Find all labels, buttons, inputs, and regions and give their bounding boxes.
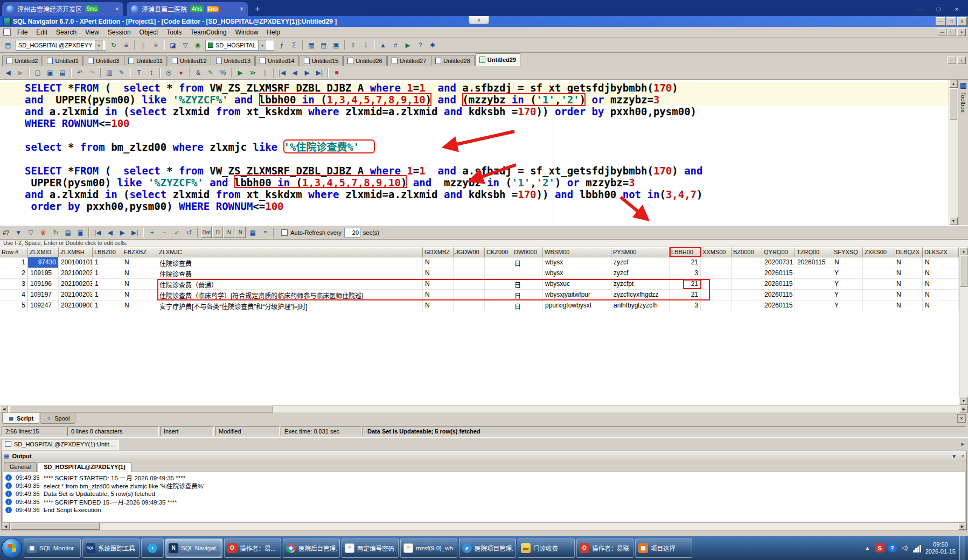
help-icon[interactable]: ? xyxy=(414,40,426,51)
sql-editor-icon[interactable]: ▣ xyxy=(330,40,342,51)
column-header-sfyxsq[interactable]: SFYXSQ xyxy=(832,247,863,257)
taskbar-item-mzsf90_wh[interactable]: ≡mzsf(9.0)_wh... xyxy=(400,538,457,558)
grid-cell[interactable] xyxy=(863,290,894,300)
taskbar-item-[interactable]: 医院后台管理... xyxy=(283,538,340,558)
column-header-zlxmbh[interactable]: ZLXMBH xyxy=(59,247,93,257)
grid-cell[interactable]: 109247 xyxy=(28,300,59,311)
grid-cell[interactable]: 109197 xyxy=(28,290,59,300)
close-button[interactable]: × xyxy=(957,17,967,26)
tab-script[interactable]: ▤Script xyxy=(2,413,39,424)
menu-window[interactable]: Window xyxy=(231,27,263,37)
grid-cell[interactable] xyxy=(795,279,832,290)
grid-cell[interactable]: Y xyxy=(832,300,863,311)
grid-cell[interactable]: 3 xyxy=(670,300,701,311)
record-view-icon[interactable]: ≡ xyxy=(259,227,271,238)
grid-cell[interactable]: N xyxy=(923,290,959,300)
uppercase-icon[interactable]: T xyxy=(133,67,145,78)
grid-cell[interactable]: N xyxy=(122,268,157,279)
help-tray-icon[interactable]: ? xyxy=(888,543,897,552)
grid-cell[interactable] xyxy=(485,257,512,268)
grid-cell[interactable] xyxy=(701,300,732,311)
doc-tab-untitled1[interactable]: Untitled1 xyxy=(43,55,82,66)
grid-cell[interactable] xyxy=(863,257,894,268)
grid-cell[interactable] xyxy=(795,268,832,279)
pin-icon[interactable]: ▼ xyxy=(951,453,957,459)
scrollbar-thumb[interactable] xyxy=(9,405,273,412)
grid-cell[interactable]: 3 xyxy=(0,279,28,290)
taskbar-item-[interactable]: e医院项目管理... xyxy=(459,538,516,558)
lowercase-icon[interactable]: t xyxy=(145,67,157,78)
grid-cell[interactable]: 2021009002 xyxy=(59,300,93,311)
grid-cell[interactable]: N xyxy=(923,300,959,311)
column-header-tzrq00[interactable]: TZRQ00 xyxy=(795,247,832,257)
remove-filter-icon[interactable]: ⊗ xyxy=(37,227,49,238)
scrollbar-thumb[interactable] xyxy=(11,523,100,530)
taskbar-clock[interactable]: 09:50 2026-01-15 xyxy=(925,541,956,555)
grid-cell[interactable]: N xyxy=(923,279,959,290)
mdi-minimize-button[interactable]: — xyxy=(938,29,946,36)
grid-cell[interactable]: 安宁疗护费[不与各类“住院诊查费”和“分级护理”同时] xyxy=(157,300,423,311)
grid-cell[interactable]: 2 xyxy=(0,268,28,279)
start-button[interactable] xyxy=(2,538,22,558)
grid-cell[interactable]: 1 xyxy=(93,300,122,311)
erase-icon[interactable]: ◪ xyxy=(167,40,179,51)
import-icon[interactable]: ⇩ xyxy=(360,40,372,51)
prior-record-icon[interactable]: ◀ xyxy=(104,227,116,238)
code-line[interactable]: UPPER(pysm00) like '%ZYZCF%' and lbbh00 … xyxy=(0,177,949,188)
redo-icon[interactable]: ↷ xyxy=(86,67,98,78)
column-header-wbsm00[interactable]: WBSM00 xyxy=(543,247,611,257)
save-grid-icon[interactable]: ▣ xyxy=(74,227,86,238)
grid-cell[interactable]: N xyxy=(122,290,157,300)
grid-cell[interactable] xyxy=(863,268,894,279)
first-result-icon[interactable]: |◀ xyxy=(276,67,288,78)
titlebar-dropdown-button[interactable]: ∨ xyxy=(469,16,489,24)
taskbar-item-[interactable]: ≡两定编号密码... xyxy=(342,538,399,558)
format-icon[interactable]: ✎ xyxy=(116,67,128,78)
hidden-icons-arrow[interactable]: ▴ xyxy=(863,543,872,552)
grid-view-icon[interactable]: ▦ xyxy=(247,227,259,238)
grid-cell[interactable]: 97430 xyxy=(28,257,59,268)
grid-cell[interactable]: Y xyxy=(832,290,863,300)
grid-cell[interactable] xyxy=(732,279,762,290)
grid-cell[interactable]: 109196 xyxy=(28,279,59,290)
connection-list-icon[interactable]: ≡ xyxy=(120,40,132,51)
back-icon[interactable]: ◀ xyxy=(2,67,14,78)
grid-cell[interactable]: 20260115 xyxy=(795,257,832,268)
code-line[interactable]: WHERE ROWNUM<=100 xyxy=(0,117,949,129)
code-line[interactable]: and a.zlxmid in (select zlxmid from xt_k… xyxy=(0,188,949,200)
close-results-button[interactable]: × xyxy=(957,414,966,423)
grid-cell[interactable]: 1 xyxy=(93,290,122,300)
scrollbar-thumb[interactable] xyxy=(950,88,957,120)
grid-cell[interactable]: wbysx xyxy=(543,268,611,279)
menu-teamcoding[interactable]: TeamCoding xyxy=(186,27,231,37)
column-header-zxks00[interactable]: ZXKS00 xyxy=(863,247,894,257)
doc-tab-untitled3[interactable]: Untitled3 xyxy=(83,55,123,66)
code-area[interactable]: SELECT *FROM ( select * from VW_ZS_ZLXMS… xyxy=(0,80,949,225)
close-output-icon[interactable]: × xyxy=(961,453,964,459)
grid-cell[interactable]: anlhfbyglzyzcfh xyxy=(611,300,670,311)
refresh-icon[interactable]: ↻ xyxy=(50,227,61,238)
scroll-right-icon[interactable]: ▸ xyxy=(961,440,966,447)
scroll-right-icon[interactable]: ▶ xyxy=(960,405,968,412)
sogou-icon[interactable]: S xyxy=(875,543,885,552)
new-session-icon[interactable]: ▤ xyxy=(2,40,14,51)
grid-cell[interactable] xyxy=(795,300,832,311)
grid-cell[interactable] xyxy=(732,257,762,268)
taskbar-item-icon-only[interactable]: ◗ xyxy=(141,538,164,558)
scroll-down-icon[interactable]: ▼ xyxy=(949,217,958,225)
undo-icon[interactable]: ↶ xyxy=(74,67,86,78)
column-header-gdxmbz[interactable]: GDXMBZ xyxy=(423,247,454,257)
grid-cell[interactable] xyxy=(863,300,894,311)
grid-cell[interactable]: 2021002035 xyxy=(59,279,93,290)
browser-minimize-button[interactable]: — xyxy=(911,3,929,16)
grid-cell[interactable]: Y xyxy=(832,279,863,290)
grid-cell[interactable]: 5 xyxy=(0,300,28,311)
grid-cell[interactable]: 20260115 xyxy=(762,268,795,279)
next-record-icon[interactable]: ▶ xyxy=(116,227,128,238)
grid-cell[interactable]: N xyxy=(423,257,454,268)
grid-cell[interactable] xyxy=(732,290,762,300)
pause-icon[interactable]: ∥ xyxy=(259,67,271,78)
browser-maximize-button[interactable]: □ xyxy=(929,3,948,16)
forward-icon[interactable]: ▶ xyxy=(15,67,26,78)
column-header-lbbz00[interactable]: LBBZ00 xyxy=(93,247,122,257)
